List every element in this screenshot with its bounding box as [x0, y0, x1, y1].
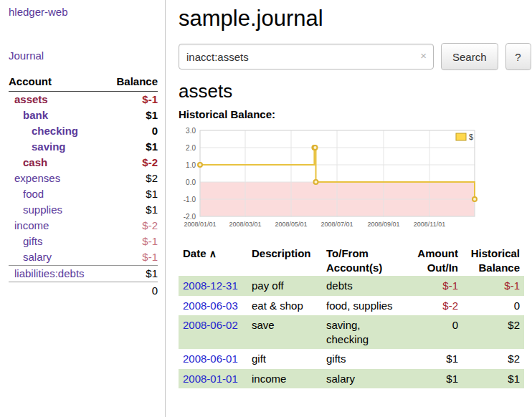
date-header-label: Date	[183, 247, 206, 259]
accounts-total-row: 0	[9, 282, 158, 299]
transaction-balance: 0	[462, 296, 524, 316]
page-title: sample.journal	[179, 6, 532, 32]
account-row-liabilities-debts: liabilities:debts $1	[9, 266, 158, 282]
register-header-date[interactable]: Date ∧	[179, 245, 247, 276]
account-row-salary: salary $-1	[9, 249, 158, 266]
account-balance-checking: 0	[105, 123, 158, 139]
app-title-link[interactable]: hledger-web	[9, 6, 158, 18]
account-link-salary[interactable]: salary	[23, 251, 52, 263]
account-balance-salary: $-1	[105, 249, 158, 266]
account-link-cash[interactable]: cash	[23, 156, 47, 168]
y-tick-label: 2.0	[186, 144, 196, 152]
transaction-accounts: debts	[322, 276, 404, 296]
chart-legend: $	[456, 133, 473, 141]
register-header-amount: Amount Out/In	[404, 245, 462, 276]
app-window: hledger-web Journal Account Balance asse…	[0, 0, 532, 417]
register-header-description: Description	[247, 245, 322, 276]
transaction-accounts: saving, checking	[322, 315, 404, 349]
transaction-description: eat & shop	[247, 296, 322, 316]
register-row[interactable]: 2008-06-03 eat & shop food, supplies $-2…	[179, 296, 524, 316]
register-header-accounts: To/From Account(s)	[322, 245, 404, 276]
transaction-date-link[interactable]: 2008-06-01	[183, 353, 238, 365]
sidebar-item-journal[interactable]: Journal	[9, 49, 158, 62]
accounts-table: Account Balance assets $-1 bank $1 check…	[9, 73, 158, 299]
transaction-amount: $1	[404, 369, 462, 389]
register-table: Date ∧ Description To/From Account(s) Am…	[179, 245, 524, 388]
transaction-amount: $-1	[404, 276, 462, 296]
transaction-accounts: food, supplies	[322, 296, 404, 316]
accounts-total-value: 0	[105, 282, 158, 299]
search-form: × Search ?	[179, 43, 532, 70]
transaction-amount: $1	[404, 349, 462, 369]
account-row-gifts: gifts $-1	[9, 234, 158, 249]
account-row-expenses: expenses $2	[9, 171, 158, 186]
account-row-saving: saving $1	[9, 139, 158, 155]
transaction-amount: 0	[404, 315, 462, 349]
x-tick-label: 2008/11/01	[414, 221, 445, 228]
y-tick-label: 0.0	[186, 178, 196, 186]
historical-balance-chart: 3.0 2.0 1.0 0.0 -1.0 -2.0	[179, 126, 505, 235]
account-balance-gifts: $-1	[105, 234, 158, 249]
x-tick-label: 2008/07/01	[320, 221, 353, 228]
accounts-header-balance: Balance	[105, 73, 158, 92]
x-tick-label: 2008/01/01	[184, 221, 216, 228]
legend-swatch	[456, 133, 466, 140]
account-row-bank: bank $1	[9, 107, 158, 123]
transaction-balance: $1	[462, 369, 524, 389]
account-balance-liabilities-debts: $1	[105, 266, 158, 282]
register-row[interactable]: 2008-12-31 pay off debts $-1 $-1	[179, 276, 524, 296]
account-row-assets: assets $-1	[9, 92, 158, 108]
transaction-description: income	[247, 369, 322, 389]
x-tick-label: 2008/03/01	[229, 221, 261, 228]
account-row-income: income $-2	[9, 218, 158, 234]
account-balance-cash: $-2	[105, 155, 158, 171]
sidebar: hledger-web Journal Account Balance asse…	[0, 0, 166, 417]
transaction-description: gift	[247, 349, 322, 369]
account-link-supplies[interactable]: supplies	[23, 203, 62, 216]
search-button[interactable]: Search	[441, 43, 498, 70]
account-row-food: food $1	[9, 186, 158, 202]
transaction-balance: $-1	[462, 276, 524, 296]
legend-label: $	[469, 133, 473, 141]
transaction-accounts: gifts	[322, 349, 404, 369]
account-link-expenses[interactable]: expenses	[14, 172, 60, 184]
transaction-date-link[interactable]: 2008-12-31	[183, 279, 238, 292]
accounts-header-account: Account	[9, 73, 105, 92]
sort-ascending-icon: ∧	[209, 248, 217, 259]
account-link-gifts[interactable]: gifts	[23, 235, 43, 247]
account-heading: assets	[179, 80, 532, 102]
register-header-row: Date ∧ Description To/From Account(s) Am…	[179, 245, 524, 276]
register-row[interactable]: 2008-06-02 save saving, checking 0 $2	[179, 315, 524, 349]
help-button[interactable]: ?	[505, 43, 531, 70]
x-tick-label: 2008/09/01	[367, 221, 399, 228]
x-tick-label: 2008/05/01	[275, 221, 307, 228]
account-balance-expenses: $2	[105, 171, 158, 186]
y-tick-label: 3.0	[186, 127, 196, 135]
transaction-amount: $-2	[404, 296, 462, 316]
search-box: ×	[179, 44, 434, 70]
register-row[interactable]: 2008-01-01 income salary $1 $1	[179, 369, 524, 389]
transaction-date-link[interactable]: 2008-06-02	[183, 319, 238, 331]
account-balance-supplies: $1	[105, 202, 158, 218]
account-row-checking: checking 0	[9, 123, 158, 139]
transaction-date-link[interactable]: 2008-06-03	[183, 299, 238, 312]
y-tick-label: -2.0	[184, 213, 196, 221]
transaction-balance: $2	[462, 349, 524, 369]
account-row-supplies: supplies $1	[9, 202, 158, 218]
account-link-assets[interactable]: assets	[14, 93, 48, 105]
account-row-cash: cash $-2	[9, 155, 158, 171]
account-link-liabilities-debts[interactable]: liabilities:debts	[14, 267, 85, 279]
register-header-balance: Historical Balance	[462, 245, 524, 276]
transaction-date-link[interactable]: 2008-01-01	[183, 373, 238, 385]
clear-search-icon[interactable]: ×	[420, 49, 427, 62]
account-balance-bank: $1	[105, 107, 158, 123]
search-input[interactable]	[179, 44, 434, 70]
account-link-income[interactable]: income	[14, 219, 49, 231]
account-link-food[interactable]: food	[23, 188, 44, 200]
register-row[interactable]: 2008-06-01 gift gifts $1 $2	[179, 349, 524, 369]
y-tick-label: -1.0	[184, 196, 196, 203]
main-content: sample.journal × Search ? assets Histori…	[166, 0, 532, 417]
account-link-saving[interactable]: saving	[32, 140, 66, 153]
account-link-bank[interactable]: bank	[23, 109, 48, 121]
account-link-checking[interactable]: checking	[32, 125, 78, 137]
